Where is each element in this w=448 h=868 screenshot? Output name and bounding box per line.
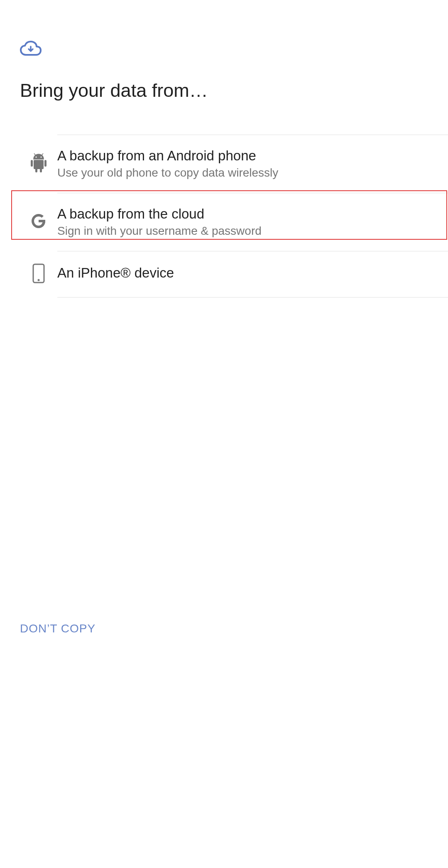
option-title: An iPhone® device	[57, 265, 440, 281]
option-title: A backup from the cloud	[57, 206, 440, 222]
svg-point-8	[38, 279, 40, 281]
svg-rect-4	[44, 160, 47, 167]
svg-point-0	[36, 157, 37, 158]
dont-copy-button[interactable]: DON’T COPY	[20, 622, 95, 635]
phone-icon	[32, 263, 45, 285]
svg-rect-6	[40, 168, 42, 172]
svg-rect-5	[35, 168, 37, 172]
option-cloud-backup[interactable]: A backup from the cloud Sign in with you…	[0, 193, 448, 251]
page-title: Bring your data from…	[20, 80, 428, 101]
option-subtitle: Sign in with your username & password	[57, 224, 440, 238]
svg-rect-3	[31, 160, 33, 167]
option-subtitle: Use your old phone to copy data wireless…	[57, 166, 440, 180]
android-icon	[30, 153, 47, 174]
google-icon	[31, 213, 47, 231]
cloud-download-icon	[20, 41, 428, 56]
svg-point-1	[41, 157, 42, 158]
option-title: A backup from an Android phone	[57, 148, 440, 164]
options-list: A backup from an Android phone Use your …	[0, 135, 448, 298]
option-android-backup[interactable]: A backup from an Android phone Use your …	[0, 135, 448, 193]
option-iphone[interactable]: An iPhone® device	[0, 251, 448, 298]
svg-rect-2	[34, 160, 44, 169]
